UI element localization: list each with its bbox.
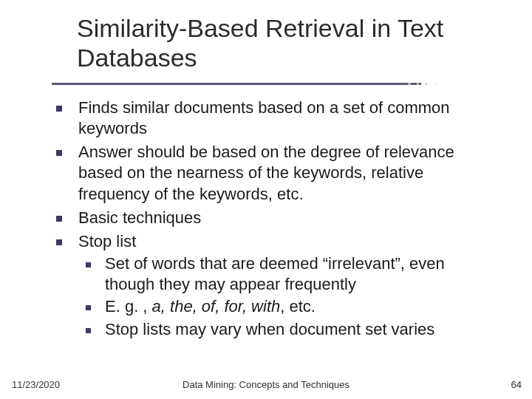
- sub-list-item-text: Stop lists may vary when document set va…: [105, 320, 434, 338]
- list-item: Basic techniques: [52, 208, 497, 228]
- slide-title: Similarity-Based Retrieval in Text Datab…: [77, 13, 502, 72]
- sub-list-item-prefix: E. g. ,: [105, 297, 152, 316]
- underline-fade: [399, 83, 510, 85]
- list-item: Answer should be based on the degree of …: [52, 142, 497, 204]
- sub-list-item: Stop lists may vary when document set va…: [78, 319, 497, 340]
- list-item-text: Stop list: [78, 232, 136, 250]
- footer-title: Data Mining: Concepts and Techniques: [0, 379, 532, 390]
- title-wrap: Similarity-Based Retrieval in Text Datab…: [77, 13, 502, 72]
- sub-list-item: Set of words that are deemed “irrelevant…: [78, 253, 497, 295]
- slide: Similarity-Based Retrieval in Text Datab…: [0, 0, 532, 399]
- list-item-text: Answer should be based on the degree of …: [78, 143, 454, 202]
- sub-list: Set of words that are deemed “irrelevant…: [78, 253, 497, 340]
- sub-list-item: E. g. , a, the, of, for, with, etc.: [78, 296, 497, 317]
- content-area: Finds similar documents based on a set o…: [52, 98, 497, 343]
- sub-list-item-suffix: , etc.: [280, 297, 316, 316]
- sub-list-item-italic: a, the, of, for, with: [152, 297, 281, 316]
- footer: 11/23/2020 Data Mining: Concepts and Tec…: [0, 375, 532, 390]
- sub-list-item-text: Set of words that are deemed “irrelevant…: [105, 254, 445, 293]
- list-item: Stop list Set of words that are deemed “…: [52, 231, 497, 340]
- list-item-text: Basic techniques: [78, 208, 201, 227]
- list-item-text: Finds similar documents based on a set o…: [78, 98, 450, 137]
- list-item: Finds similar documents based on a set o…: [52, 98, 497, 139]
- underline-solid: [52, 83, 421, 85]
- bullet-list: Finds similar documents based on a set o…: [52, 98, 497, 340]
- footer-page-number: 64: [511, 379, 522, 390]
- title-underline: [52, 80, 504, 87]
